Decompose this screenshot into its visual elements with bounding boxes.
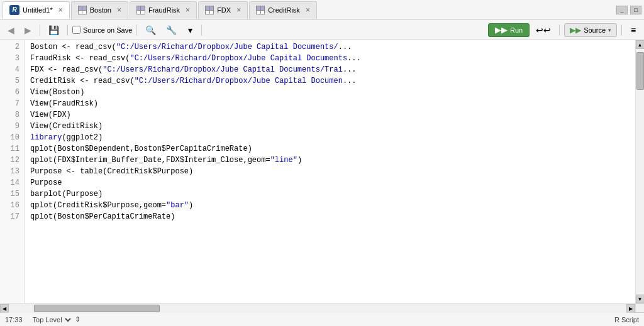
code-line-6[interactable]: View(Boston) <box>30 87 635 98</box>
source-on-save-input[interactable] <box>72 26 80 34</box>
code-line-5[interactable]: CreditRisk <- read_csv("C:/Users/Richard… <box>30 75 635 87</box>
scroll-down-arrow[interactable]: ▼ <box>636 295 645 303</box>
code-line-15[interactable]: barplot(Purpose) <box>30 188 635 200</box>
line-number-14: 14 <box>5 177 19 188</box>
table-icon-creditrisk <box>256 6 265 14</box>
line-number-11: 11 <box>5 143 19 155</box>
script-type-value: R Script <box>614 316 639 323</box>
code-line-17[interactable]: qplot(Boston$PerCapitaCrimeRate) <box>30 211 635 222</box>
editor-toolbar: ◀ ▶ 💾 Source on Save 🔍 🔧 ▾ ▶▶ Run ↩↩ ▶▶ … <box>0 20 644 40</box>
scroll-up-arrow[interactable]: ▲ <box>636 40 645 49</box>
source-arrow-icon: ▶▶ <box>570 26 581 35</box>
code-line-8[interactable]: View(FDX) <box>30 109 635 121</box>
tab-untitled1[interactable]: R Untitled1* × <box>3 1 70 19</box>
line-number-16: 16 <box>5 200 19 211</box>
tab-creditrisk[interactable]: CreditRisk × <box>249 1 317 19</box>
source-button[interactable]: ▶▶ Source ▾ <box>564 23 617 37</box>
tabs-bar: R Untitled1* × Boston × FraudRisk × F <box>0 0 644 20</box>
horizontal-scrollbar-container: ◀ ▶ <box>0 303 644 312</box>
scroll-left-arrow[interactable]: ◀ <box>0 304 9 313</box>
forward-button[interactable]: ▶ <box>21 23 35 37</box>
scroll-thumb-v[interactable] <box>636 52 644 90</box>
code-line-11[interactable]: qplot(Boston$Dependent,Boston$PerCapitaC… <box>30 143 635 155</box>
status-bar: 17:33 Top Level ⇕ R Script <box>0 312 644 326</box>
rerun-button[interactable]: ↩↩ <box>532 23 555 37</box>
back-button[interactable]: ◀ <box>4 23 18 37</box>
tab-fdx-close[interactable]: × <box>236 6 241 14</box>
source-on-save-checkbox[interactable]: Source on Save <box>72 26 132 34</box>
code-line-16[interactable]: qplot(CreditRisk$Purpose,geom="bar") <box>30 200 635 211</box>
line-number-7: 7 <box>5 98 19 109</box>
tab-fraudrisk-label: FraudRisk <box>148 6 180 14</box>
sep2 <box>67 24 68 36</box>
r-file-icon: R <box>9 5 19 15</box>
line-number-8: 8 <box>5 109 19 121</box>
line-number-17: 17 <box>5 211 19 222</box>
table-icon-fdx <box>205 6 214 14</box>
sep4 <box>201 24 202 36</box>
cursor-position-value: 17:33 <box>5 316 23 323</box>
code-line-12[interactable]: qplot(FDX$Interim_Buffer_Date,FDX$Interi… <box>30 155 635 166</box>
search-button[interactable]: 🔍 <box>142 23 160 37</box>
script-type: R Script <box>614 316 639 323</box>
tab-fdx[interactable]: FDX × <box>198 1 248 19</box>
tab-untitled1-label: Untitled1* <box>23 6 53 14</box>
tab-fdx-label: FDX <box>217 6 231 14</box>
sep3 <box>136 24 137 36</box>
tab-creditrisk-close[interactable]: × <box>306 6 310 14</box>
tab-boston-close[interactable]: × <box>117 6 121 14</box>
tools-button[interactable]: 🔧 <box>162 23 180 37</box>
line-number-3: 3 <box>5 53 19 64</box>
line-number-12: 12 <box>5 155 19 166</box>
code-line-7[interactable]: View(FraudRisk) <box>30 98 635 109</box>
code-line-9[interactable]: View(CreditRisk) <box>30 121 635 132</box>
scroll-track-v[interactable] <box>636 49 644 295</box>
code-line-2[interactable]: Boston <- read_csv("C:/Users/Richard/Dro… <box>30 41 635 53</box>
code-line-4[interactable]: FDX <- read_csv("C:/Users/Richard/Dropbo… <box>30 64 635 75</box>
line-number-4: 4 <box>5 64 19 75</box>
code-level[interactable]: Top Level ⇕ <box>30 315 80 324</box>
tab-fraudrisk-close[interactable]: × <box>186 6 190 14</box>
run-label: Run <box>510 26 523 34</box>
menu-button[interactable]: ≡ <box>626 23 640 37</box>
scroll-track-h[interactable] <box>9 304 626 313</box>
line-number-10: 10 <box>5 132 19 143</box>
code-editor[interactable]: Boston <- read_csv("C:/Users/Richard/Dro… <box>25 40 635 303</box>
vertical-scrollbar[interactable]: ▲ ▼ <box>635 40 644 303</box>
horizontal-scrollbar[interactable]: ◀ ▶ <box>0 304 635 313</box>
table-icon-fraudrisk <box>136 6 145 14</box>
sep5 <box>559 24 560 36</box>
minimize-button[interactable]: _ <box>616 6 628 14</box>
line-number-15: 15 <box>5 188 19 200</box>
code-line-3[interactable]: FraudRisk <- read_csv("C:/Users/Richard/… <box>30 53 635 64</box>
tab-creditrisk-label: CreditRisk <box>268 6 300 14</box>
source-on-save-label: Source on Save <box>83 26 132 34</box>
tools-dropdown[interactable]: ▾ <box>183 23 197 37</box>
save-button[interactable]: 💾 <box>45 23 63 37</box>
line-number-9: 9 <box>5 121 19 132</box>
line-numbers: 234567891011121314151617 <box>0 40 25 303</box>
code-line-10[interactable]: library(ggplot2) <box>30 132 635 143</box>
level-select[interactable]: Top Level <box>30 315 73 324</box>
code-line-13[interactable]: Purpose <- table(CreditRisk$Purpose) <box>30 166 635 177</box>
editor-area: 234567891011121314151617 Boston <- read_… <box>0 40 644 303</box>
tab-fraudrisk[interactable]: FraudRisk × <box>130 1 197 19</box>
line-number-13: 13 <box>5 166 19 177</box>
run-button[interactable]: ▶▶ Run <box>488 23 530 37</box>
line-number-6: 6 <box>5 87 19 98</box>
tab-boston[interactable]: Boston × <box>71 1 128 19</box>
table-icon-boston <box>78 6 87 14</box>
source-dropdown-icon: ▾ <box>608 27 611 33</box>
line-number-5: 5 <box>5 75 19 87</box>
code-line-14[interactable]: Purpose <box>30 177 635 188</box>
scrollbar-corner <box>635 304 644 313</box>
cursor-position: 17:33 <box>5 316 23 323</box>
maximize-button[interactable]: □ <box>630 6 641 14</box>
level-icon: ⇕ <box>75 315 80 323</box>
sep1 <box>40 24 40 36</box>
scroll-thumb-h[interactable] <box>34 305 160 312</box>
scroll-right-arrow[interactable]: ▶ <box>626 304 635 313</box>
tab-untitled1-close[interactable]: × <box>58 6 63 14</box>
window-controls: _ □ <box>616 6 641 14</box>
source-label: Source <box>584 26 606 34</box>
